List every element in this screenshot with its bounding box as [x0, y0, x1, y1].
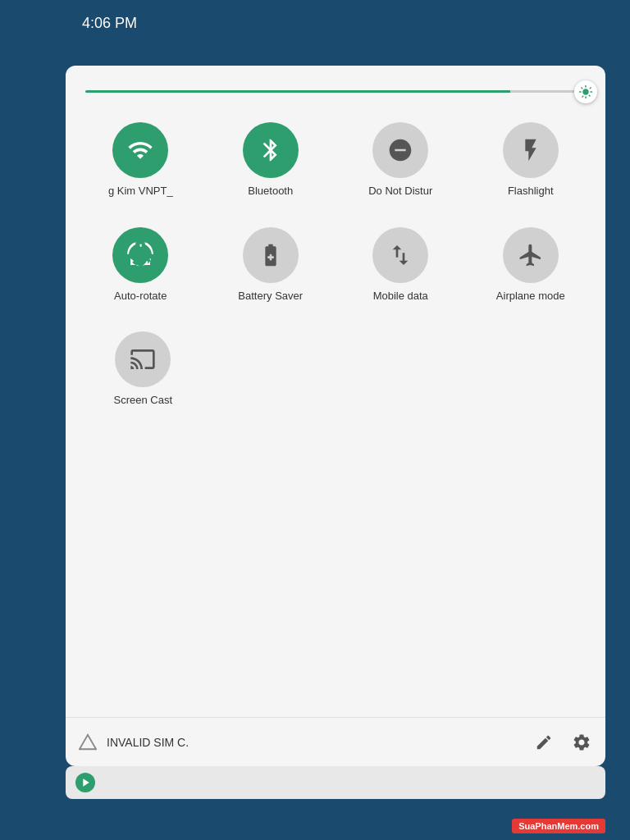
brightness-row[interactable]	[79, 82, 592, 109]
autorotate-label: Auto-rotate	[114, 290, 167, 303]
clock: 4:06 PM	[82, 15, 137, 31]
watermark-text: SuaPhanMem.com	[518, 821, 599, 831]
sim-label: INVALID SIM C.	[107, 736, 523, 749]
flashlight-label: Flashlight	[508, 185, 554, 198]
tiles-row2: Auto-rotate Battery Saver Mobile d	[79, 214, 592, 316]
tile-screen-cast[interactable]: Screen Cast	[79, 325, 208, 413]
battery-label: Battery Saver	[238, 290, 303, 303]
brightness-slider[interactable]	[85, 90, 586, 93]
tile-airplane-mode[interactable]: Airplane mode	[469, 221, 593, 309]
tile-dnd[interactable]: Do Not Distur	[339, 116, 463, 204]
bottom-bar: INVALID SIM C.	[66, 717, 605, 766]
settings-icon	[572, 733, 591, 752]
battery-tile-icon	[243, 227, 299, 283]
play-icon	[79, 776, 92, 789]
phone-frame: 4:06 PM g Kim VNPT_	[0, 0, 630, 840]
notification-icon	[75, 773, 95, 792]
bluetooth-tile-icon	[243, 122, 299, 178]
tile-battery-saver[interactable]: Battery Saver	[209, 221, 333, 309]
tile-wifi[interactable]: g Kim VNPT_	[79, 116, 203, 204]
autorotate-icon	[127, 242, 153, 268]
dnd-icon	[387, 137, 413, 163]
tile-bluetooth[interactable]: Bluetooth	[209, 116, 333, 204]
sim-icon	[79, 733, 97, 751]
dnd-label: Do Not Distur	[368, 185, 432, 198]
screencast-tile-icon	[115, 331, 171, 387]
tile-flashlight[interactable]: Flashlight	[469, 116, 593, 204]
edit-icon	[535, 733, 553, 751]
flashlight-icon	[518, 137, 544, 163]
airplane-tile-icon	[503, 227, 559, 283]
bluetooth-label: Bluetooth	[248, 185, 293, 198]
bluetooth-icon	[258, 137, 284, 163]
screencast-label: Screen Cast	[113, 394, 172, 407]
battery-icon	[258, 242, 284, 268]
mobiledata-tile-icon	[372, 227, 428, 283]
tile-auto-rotate[interactable]: Auto-rotate	[79, 221, 203, 309]
screencast-icon	[130, 346, 156, 372]
quick-settings-panel: g Kim VNPT_ Bluetooth Do Not Distu	[66, 66, 605, 733]
airplane-label: Airplane mode	[496, 290, 565, 303]
mobiledata-label: Mobile data	[373, 290, 428, 303]
edit-button[interactable]	[533, 732, 555, 753]
wifi-label: g Kim VNPT_	[108, 185, 173, 198]
notification-bar	[66, 766, 605, 799]
brightness-icon	[578, 84, 593, 99]
status-bar: 4:06 PM	[82, 15, 137, 32]
autorotate-tile-icon	[112, 227, 168, 283]
wifi-tile-icon	[112, 122, 168, 178]
tiles-row3: Screen Cast	[79, 318, 592, 420]
wifi-icon	[127, 137, 153, 163]
settings-button[interactable]	[571, 732, 592, 753]
bottom-actions	[533, 732, 592, 753]
airplane-icon	[518, 242, 544, 268]
tile-mobile-data[interactable]: Mobile data	[339, 221, 463, 309]
mobiledata-icon	[387, 242, 413, 268]
brightness-thumb[interactable]	[574, 80, 597, 103]
dnd-tile-icon	[372, 122, 428, 178]
tiles-row1: g Kim VNPT_ Bluetooth Do Not Distu	[79, 109, 592, 211]
watermark: SuaPhanMem.com	[512, 819, 605, 833]
flashlight-tile-icon	[503, 122, 559, 178]
